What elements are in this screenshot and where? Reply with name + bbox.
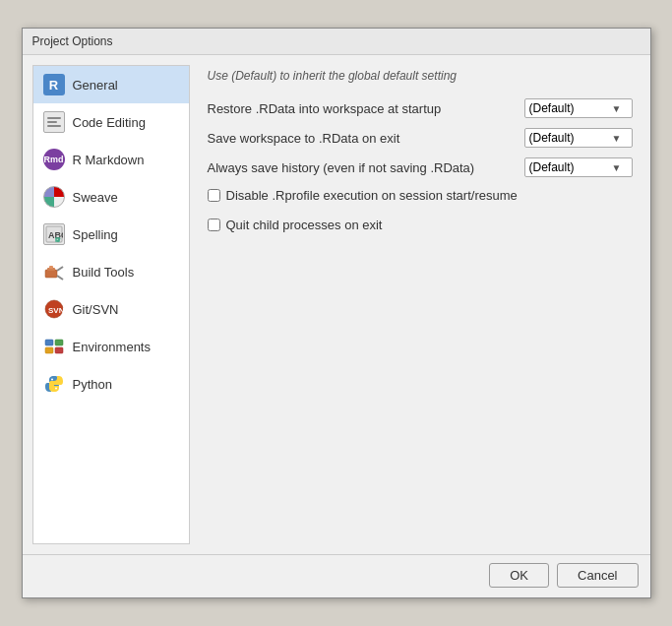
- restore-rdata-select[interactable]: (Default) ▼: [524, 98, 633, 118]
- sidebar-item-label: Git/SVN: [73, 302, 119, 317]
- sidebar-item-label: R Markdown: [73, 153, 145, 167]
- svg-line-5: [57, 267, 63, 271]
- project-options-dialog: Project Options R General: [22, 28, 651, 598]
- build-tools-icon: [43, 261, 65, 282]
- sidebar-item-environments[interactable]: Environments: [33, 328, 189, 365]
- save-history-label: Always save history (even if not saving …: [208, 160, 524, 175]
- svg-rect-11: [45, 347, 53, 353]
- sidebar-item-sweave[interactable]: Sweave: [33, 178, 189, 216]
- quit-child-label: Quit child processes on exit: [226, 217, 383, 234]
- sidebar-item-label: Code Editing: [73, 115, 146, 130]
- cancel-button[interactable]: Cancel: [557, 563, 638, 588]
- sidebar: R General Code Editing: [32, 65, 190, 544]
- sidebar-item-r-markdown[interactable]: Rmd R Markdown: [33, 141, 189, 178]
- save-workspace-dropdown-arrow: ▼: [612, 133, 622, 144]
- save-history-row: Always save history (even if not saving …: [208, 157, 633, 177]
- sidebar-item-label: Sweave: [73, 190, 118, 205]
- restore-rdata-row: Restore .RData into workspace at startup…: [208, 98, 633, 118]
- svg-point-14: [55, 388, 57, 390]
- environments-icon: [43, 336, 65, 357]
- svg-text:SVN: SVN: [48, 306, 64, 315]
- restore-rdata-label: Restore .RData into workspace at startup: [208, 101, 524, 116]
- save-workspace-row: Save workspace to .RData on exit (Defaul…: [208, 128, 633, 148]
- svg-line-6: [57, 276, 63, 280]
- dialog-footer: OK Cancel: [23, 554, 650, 597]
- rmarkdown-icon: Rmd: [43, 149, 65, 170]
- dialog-body: R General Code Editing: [23, 55, 650, 554]
- save-history-dropdown-arrow: ▼: [612, 162, 622, 173]
- git-svn-icon: SVN: [43, 298, 65, 320]
- svg-rect-2: [45, 270, 57, 278]
- quit-child-checkbox[interactable]: [208, 219, 220, 231]
- disable-rprofile-checkbox[interactable]: [208, 189, 220, 202]
- general-icon: R: [43, 74, 65, 95]
- restore-rdata-dropdown-arrow: ▼: [612, 103, 622, 114]
- sidebar-item-label: Environments: [73, 340, 151, 354]
- sidebar-item-build-tools[interactable]: Build Tools: [33, 253, 189, 290]
- sidebar-item-label: Python: [73, 377, 112, 392]
- quit-child-row: Quit child processes on exit: [208, 217, 633, 234]
- sidebar-item-label: General: [73, 78, 118, 93]
- svg-rect-12: [55, 347, 63, 353]
- dialog-titlebar: Project Options: [23, 29, 650, 55]
- save-workspace-value: (Default): [529, 131, 575, 145]
- save-workspace-select[interactable]: (Default) ▼: [524, 128, 633, 148]
- ok-button[interactable]: OK: [489, 563, 549, 588]
- disable-rprofile-label: Disable .Rprofile execution on session s…: [226, 187, 518, 205]
- sidebar-item-git-svn[interactable]: SVN Git/SVN: [33, 290, 189, 328]
- svg-rect-4: [49, 266, 53, 269]
- main-panel: Use (Default) to inherit the global defa…: [200, 65, 641, 544]
- sidebar-item-general[interactable]: R General: [33, 66, 189, 103]
- svg-rect-10: [55, 340, 63, 345]
- sidebar-item-code-editing[interactable]: Code Editing: [33, 103, 189, 141]
- sidebar-item-python[interactable]: Python: [33, 365, 189, 403]
- save-history-value: (Default): [529, 160, 575, 174]
- sidebar-item-spelling[interactable]: ABC Spelling: [33, 216, 189, 253]
- hint-text: Use (Default) to inherit the global defa…: [208, 69, 633, 83]
- save-history-select[interactable]: (Default) ▼: [524, 157, 633, 177]
- svg-rect-9: [45, 340, 53, 345]
- python-icon: [43, 373, 65, 395]
- spelling-icon: ABC: [43, 223, 65, 245]
- sidebar-item-label: Build Tools: [73, 265, 135, 280]
- save-workspace-label: Save workspace to .RData on exit: [208, 131, 524, 146]
- sidebar-item-label: Spelling: [73, 227, 118, 242]
- restore-rdata-value: (Default): [529, 101, 575, 115]
- dialog-title: Project Options: [32, 34, 113, 48]
- code-editing-icon: [43, 111, 65, 133]
- sweave-icon: [43, 186, 65, 208]
- svg-point-13: [51, 379, 53, 381]
- disable-rprofile-row: Disable .Rprofile execution on session s…: [208, 187, 633, 205]
